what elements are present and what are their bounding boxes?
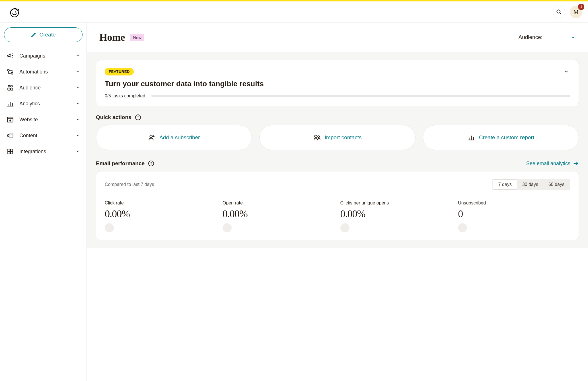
stat-value: 0.00% <box>340 208 453 220</box>
sidebar-item-label: Analytics <box>19 101 76 107</box>
chevron-down-icon <box>76 117 80 122</box>
stat-unsubscribed: Unsubscribed 0 -- <box>458 200 570 232</box>
info-icon[interactable] <box>135 114 141 120</box>
stat-delta: -- <box>105 223 114 232</box>
svg-rect-21 <box>8 149 10 151</box>
email-perf-header: Email performance See email analytics <box>96 160 579 167</box>
sidebar-item-label: Audience <box>19 85 76 91</box>
svg-line-4 <box>34 34 35 34</box>
stat-label: Click rate <box>105 200 217 206</box>
profile-menu[interactable]: M 1 <box>570 6 582 18</box>
audience-icon <box>6 84 14 92</box>
audience-selector[interactable]: Audience: <box>518 34 575 40</box>
svg-point-27 <box>138 116 138 116</box>
chevron-down-icon <box>76 54 80 58</box>
stat-delta: -- <box>458 223 467 232</box>
chevron-down-icon <box>76 133 80 138</box>
create-button[interactable]: Create <box>4 27 83 42</box>
quick-actions-header: Quick actions <box>96 114 579 120</box>
qa-create-report[interactable]: Create a custom report <box>423 125 579 150</box>
new-badge: New <box>130 34 144 41</box>
sidebar-content[interactable]: Content <box>4 128 83 144</box>
arrow-right-icon <box>573 160 579 167</box>
sidebar-item-label: Integrations <box>19 149 76 155</box>
integrations-icon <box>6 148 14 155</box>
avatar-initial: M <box>573 9 579 15</box>
info-icon[interactable] <box>148 160 154 167</box>
range-30days[interactable]: 30 days <box>517 179 543 190</box>
svg-rect-18 <box>7 117 13 122</box>
sidebar-item-label: Automations <box>19 69 76 75</box>
search-button[interactable] <box>553 6 565 18</box>
stat-delta: -- <box>340 223 349 232</box>
stats-row: Click rate 0.00% -- Open rate 0.00% -- C… <box>105 200 570 232</box>
quick-actions-row: Add a subscriber Import contacts Create … <box>96 125 579 150</box>
brand-logo[interactable] <box>9 6 20 18</box>
svg-line-7 <box>12 57 13 57</box>
sidebar-item-label: Content <box>19 133 76 139</box>
featured-title: Turn your customer data into tangible re… <box>105 79 264 88</box>
svg-point-31 <box>314 135 317 138</box>
chevron-down-icon <box>571 35 575 40</box>
sidebar-analytics[interactable]: Analytics <box>4 96 83 112</box>
email-perf-card: Compared to last 7 days 7 days 30 days 6… <box>96 171 579 240</box>
chevron-down-icon <box>564 69 569 74</box>
content-icon <box>6 132 14 140</box>
svg-point-10 <box>8 85 10 87</box>
topbar: M 1 <box>0 1 588 23</box>
time-range-toggle: 7 days 30 days 60 days <box>492 179 570 190</box>
website-icon <box>6 116 14 124</box>
automations-icon <box>6 68 14 76</box>
qa-add-subscriber[interactable]: Add a subscriber <box>96 125 252 150</box>
featured-toggle[interactable] <box>563 68 570 75</box>
qa-import-contacts[interactable]: Import contacts <box>259 125 415 150</box>
svg-point-1 <box>15 11 16 13</box>
people-icon <box>313 134 321 141</box>
qa-label: Add a subscriber <box>159 134 200 141</box>
stat-label: Open rate <box>223 200 335 206</box>
pencil-icon <box>31 32 36 38</box>
chevron-down-icon <box>76 149 80 154</box>
chevron-down-icon <box>76 69 80 74</box>
stat-value: 0.00% <box>223 208 335 220</box>
chevron-down-icon <box>76 85 80 90</box>
svg-point-2 <box>557 10 560 13</box>
see-analytics-link[interactable]: See email analytics <box>526 160 579 167</box>
sidebar-integrations[interactable]: Integrations <box>4 144 83 159</box>
email-perf-title: Email performance <box>96 160 145 167</box>
sidebar-campaigns[interactable]: Campaigns <box>4 48 83 64</box>
stat-delta: -- <box>223 223 232 232</box>
range-7days[interactable]: 7 days <box>493 179 517 190</box>
sidebar-website[interactable]: Website <box>4 112 83 128</box>
sidebar: Create Campaigns Automations Audience <box>0 23 87 381</box>
megaphone-icon <box>6 52 14 60</box>
svg-point-39 <box>151 162 151 163</box>
search-icon <box>556 9 562 15</box>
page-header: Home New Audience: <box>87 23 588 52</box>
bar-chart-icon <box>468 134 475 141</box>
range-60days[interactable]: 60 days <box>543 179 570 190</box>
quick-actions-title: Quick actions <box>96 114 131 120</box>
svg-rect-24 <box>11 152 13 154</box>
sidebar-automations[interactable]: Automations <box>4 64 83 80</box>
featured-badge: FEATURED <box>105 68 134 75</box>
sidebar-audience[interactable]: Audience <box>4 80 83 96</box>
qa-label: Create a custom report <box>479 134 534 141</box>
stat-label: Clicks per unique opens <box>340 200 453 206</box>
svg-point-32 <box>318 136 320 138</box>
svg-line-3 <box>560 13 561 14</box>
main-content: Home New Audience: FEATURED Turn your cu… <box>87 23 588 381</box>
page-title: Home <box>99 31 125 43</box>
content-body: FEATURED Turn your customer data into ta… <box>87 52 588 248</box>
svg-point-11 <box>11 85 13 87</box>
sidebar-item-label: Campaigns <box>19 53 76 59</box>
progress-bar <box>151 95 570 97</box>
chevron-down-icon <box>76 101 80 106</box>
stat-click-rate: Click rate 0.00% -- <box>105 200 217 232</box>
svg-rect-13 <box>11 88 13 90</box>
stat-value: 0.00% <box>105 208 217 220</box>
audience-label: Audience: <box>518 34 542 40</box>
svg-point-28 <box>150 135 152 138</box>
analytics-icon <box>6 100 14 108</box>
qa-label: Import contacts <box>325 134 362 141</box>
